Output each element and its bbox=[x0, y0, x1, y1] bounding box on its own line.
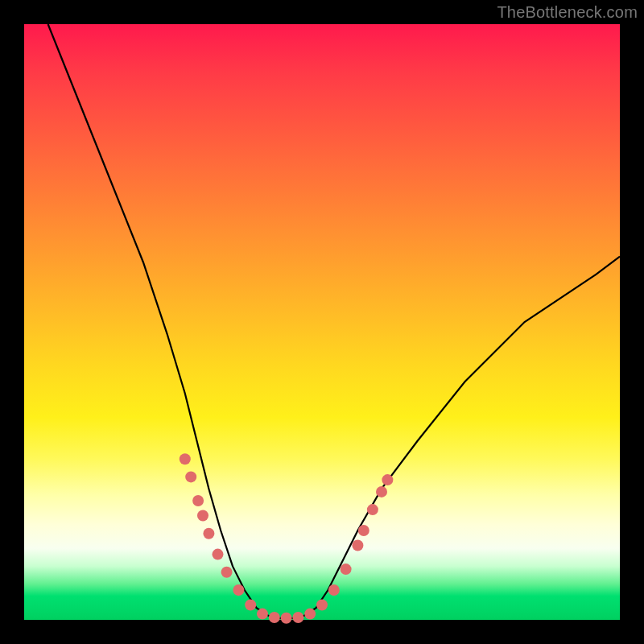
watermark-text: TheBottleneck.com bbox=[497, 3, 638, 22]
plot-area bbox=[24, 24, 620, 620]
marker-dot bbox=[269, 612, 280, 623]
marker-dot bbox=[281, 613, 292, 624]
bottleneck-curve bbox=[48, 24, 620, 618]
marker-group bbox=[180, 453, 394, 624]
marker-dot bbox=[257, 609, 268, 620]
marker-dot bbox=[367, 504, 378, 515]
marker-dot bbox=[221, 567, 233, 578]
marker-dot bbox=[197, 510, 208, 522]
marker-dot bbox=[341, 564, 352, 575]
marker-dot bbox=[352, 540, 363, 551]
curve-layer bbox=[24, 24, 620, 620]
marker-dot bbox=[185, 471, 196, 482]
marker-dot bbox=[213, 549, 224, 560]
marker-dot bbox=[316, 600, 328, 611]
marker-dot bbox=[382, 474, 393, 485]
marker-dot bbox=[376, 486, 387, 497]
marker-dot bbox=[328, 584, 340, 596]
marker-dot bbox=[358, 525, 369, 536]
marker-dot bbox=[245, 600, 256, 611]
marker-dot bbox=[192, 495, 204, 506]
chart-frame: TheBottleneck.com bbox=[0, 0, 644, 644]
marker-dot bbox=[304, 609, 316, 620]
marker-dot bbox=[203, 528, 214, 539]
marker-dot bbox=[292, 612, 303, 623]
marker-dot bbox=[180, 453, 191, 464]
marker-dot bbox=[233, 584, 244, 596]
